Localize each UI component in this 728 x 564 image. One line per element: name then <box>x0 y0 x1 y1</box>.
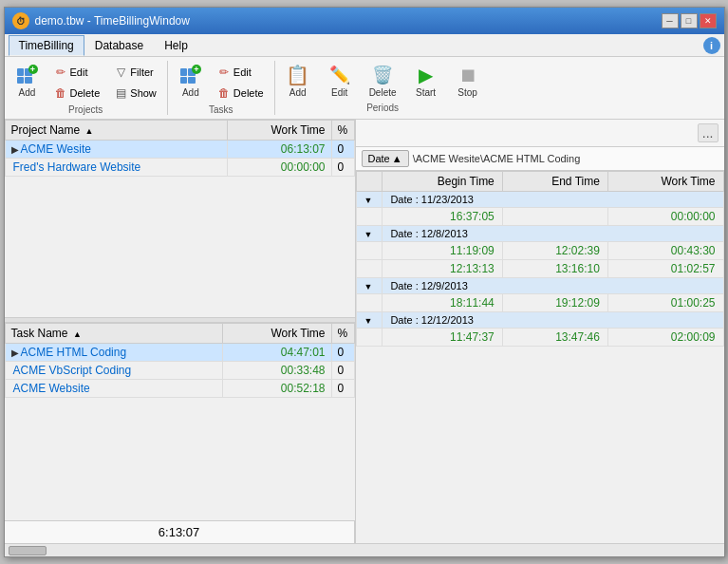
tasks-col-pct[interactable]: % <box>331 324 354 344</box>
periods-work-cell: 00:43:30 <box>607 242 723 260</box>
stop-period-button[interactable]: ⏹ Stop <box>451 61 485 101</box>
periods-work-cell: 01:00:25 <box>607 294 723 312</box>
path-bar: Date ▲ \ACME Wesite\ACME HTML Coding <box>356 147 724 171</box>
tasks-row[interactable]: ACME Website 00:52:18 0 <box>5 380 354 398</box>
project-pct-cell: 0 <box>331 141 354 159</box>
start-icon: ▶ <box>415 64 438 86</box>
project-name-cell[interactable]: ACME Wesite <box>21 142 91 156</box>
periods-scroll-area[interactable]: Begin Time End Time Work Time ▼ Date : 1… <box>356 171 724 543</box>
projects-row[interactable]: Fred's Hardware Website 00:00:00 0 <box>5 159 354 177</box>
project-name-cell[interactable]: Fred's Hardware Website <box>13 160 141 174</box>
periods-time-row[interactable]: 16:37:05 00:00:00 <box>356 208 723 226</box>
periods-date-cell: Date : 11/23/2013 <box>383 192 723 208</box>
expand-icon: ▼ <box>364 196 373 205</box>
delete-task-label: Delete <box>233 87 264 99</box>
bottom-status: 6:13:07 <box>5 520 355 543</box>
periods-time-row[interactable]: 11:47:37 13:47:46 02:00:09 <box>356 329 723 347</box>
info-icon[interactable]: i <box>703 37 720 54</box>
horizontal-scrollbar[interactable] <box>5 543 724 556</box>
close-button[interactable]: ✕ <box>700 13 717 28</box>
stop-period-label: Stop <box>457 87 477 98</box>
edit-project-label: Edit <box>70 66 88 78</box>
edit-period-label: Edit <box>331 87 347 98</box>
periods-time-row[interactable]: 18:11:44 19:12:09 01:00:25 <box>356 294 723 312</box>
path-label: \ACME Wesite\ACME HTML Coding <box>413 153 581 164</box>
task-name-cell[interactable]: ACME HTML Coding <box>21 346 127 359</box>
periods-time-row[interactable]: 12:13:13 13:16:10 01:02:57 <box>356 260 723 278</box>
delete-task-button[interactable]: 🗑 Delete <box>212 84 269 103</box>
periods-date-row[interactable]: ▼ Date : 12/8/2013 <box>356 226 723 242</box>
edit-task-icon: ✏ <box>216 65 232 80</box>
periods-col-end[interactable]: End Time <box>502 172 607 192</box>
edit-period-icon: ✏️ <box>328 64 351 86</box>
projects-table-area[interactable]: Project Name ▲ Work Time % ▶ACME Wesit <box>5 120 355 317</box>
periods-end-cell <box>502 208 607 226</box>
filter-project-button[interactable]: ▽ Filter <box>108 63 161 82</box>
title-controls: ─ □ ✕ <box>662 13 717 28</box>
edit-task-button[interactable]: ✏ Edit <box>212 63 269 82</box>
periods-time-row[interactable]: 11:19:09 12:02:39 00:43:30 <box>356 242 723 260</box>
tasks-row[interactable]: ACME VbScript Coding 00:33:48 0 <box>5 362 354 380</box>
edit-period-button[interactable]: ✏️ Edit <box>323 61 357 101</box>
tasks-row[interactable]: ▶ACME HTML Coding 04:47:01 0 <box>5 344 354 362</box>
task-name-cell[interactable]: ACME Website <box>13 382 90 395</box>
delete-period-button[interactable]: 🗑️ Delete <box>364 61 401 101</box>
menu-database[interactable]: Database <box>84 35 154 56</box>
left-panel: Project Name ▲ Work Time % ▶ACME Wesit <box>5 120 356 543</box>
periods-date-row[interactable]: ▼ Date : 12/9/2013 <box>356 278 723 294</box>
task-name-cell[interactable]: ACME VbScript Coding <box>13 364 132 377</box>
task-pct-cell: 0 <box>331 344 354 362</box>
more-options-button[interactable]: ... <box>698 123 719 142</box>
maximize-button[interactable]: □ <box>681 13 698 28</box>
periods-begin-cell: 11:47:37 <box>383 329 502 347</box>
periods-indent <box>356 242 383 260</box>
title-bar: ⏱ demo.tbw - TimeBillingWindow ─ □ ✕ <box>5 8 724 34</box>
add-project-button[interactable]: + Add <box>10 61 45 101</box>
app-icon: ⏱ <box>12 12 29 29</box>
periods-begin-cell: 18:11:44 <box>383 294 502 312</box>
tasks-col-name[interactable]: Task Name ▲ <box>5 324 222 344</box>
periods-begin-cell: 11:19:09 <box>383 242 502 260</box>
task-time-cell: 00:33:48 <box>222 362 331 380</box>
edit-project-button[interactable]: ✏ Edit <box>48 63 105 82</box>
add-period-button[interactable]: 📋 Add <box>281 61 315 101</box>
tasks-col-worktime[interactable]: Work Time <box>222 324 331 344</box>
periods-end-cell: 12:02:39 <box>502 242 607 260</box>
projects-table: Project Name ▲ Work Time % ▶ACME Wesit <box>5 120 355 177</box>
menu-help[interactable]: Help <box>154 35 198 56</box>
add-task-label: Add <box>182 87 199 98</box>
right-panel: ... Date ▲ \ACME Wesite\ACME HTML Coding… <box>356 120 724 543</box>
main-content: Project Name ▲ Work Time % ▶ACME Wesit <box>5 120 724 543</box>
tasks-table-area[interactable]: Task Name ▲ Work Time % ▶ACME HTML Cod <box>5 323 355 520</box>
periods-date-cell: Date : 12/8/2013 <box>383 226 723 242</box>
sort-date-button[interactable]: Date ▲ <box>362 150 409 167</box>
delete-project-button[interactable]: 🗑 Delete <box>48 84 105 103</box>
minimize-button[interactable]: ─ <box>662 13 679 28</box>
periods-begin-cell: 12:13:13 <box>383 260 502 278</box>
add-task-button[interactable]: + Add <box>174 61 208 101</box>
projects-col-worktime[interactable]: Work Time <box>227 121 331 141</box>
show-project-button[interactable]: ▤ Show <box>108 84 161 103</box>
periods-date-row[interactable]: ▼ Date : 12/12/2013 <box>356 312 723 329</box>
project-time-cell: 00:00:00 <box>227 159 331 177</box>
periods-col-work[interactable]: Work Time <box>607 172 723 192</box>
task-pct-cell: 0 <box>331 380 354 398</box>
start-period-button[interactable]: ▶ Start <box>409 61 443 101</box>
periods-date-row[interactable]: ▼ Date : 11/23/2013 <box>356 192 723 208</box>
expand-icon: ▼ <box>364 282 373 291</box>
projects-col-name[interactable]: Project Name ▲ <box>5 121 227 141</box>
menu-timebilling[interactable]: TimeBilling <box>9 35 84 56</box>
delete-period-icon: 🗑️ <box>371 64 394 86</box>
periods-col-begin[interactable]: Begin Time <box>383 172 502 192</box>
window-title: demo.tbw - TimeBillingWindow <box>35 14 190 28</box>
projects-row[interactable]: ▶ACME Wesite 06:13:07 0 <box>5 141 354 159</box>
add-period-label: Add <box>289 87 307 98</box>
periods-col-expand <box>356 172 383 192</box>
right-top-bar: ... <box>356 120 724 147</box>
task-time-cell: 04:47:01 <box>222 344 331 362</box>
pencil-icon: ✏ <box>53 65 68 80</box>
project-pct-cell: 0 <box>331 159 354 177</box>
projects-col-pct[interactable]: % <box>331 121 354 141</box>
projects-section-label: Projects <box>10 104 161 115</box>
menu-bar: TimeBilling Database Help i <box>5 34 724 57</box>
